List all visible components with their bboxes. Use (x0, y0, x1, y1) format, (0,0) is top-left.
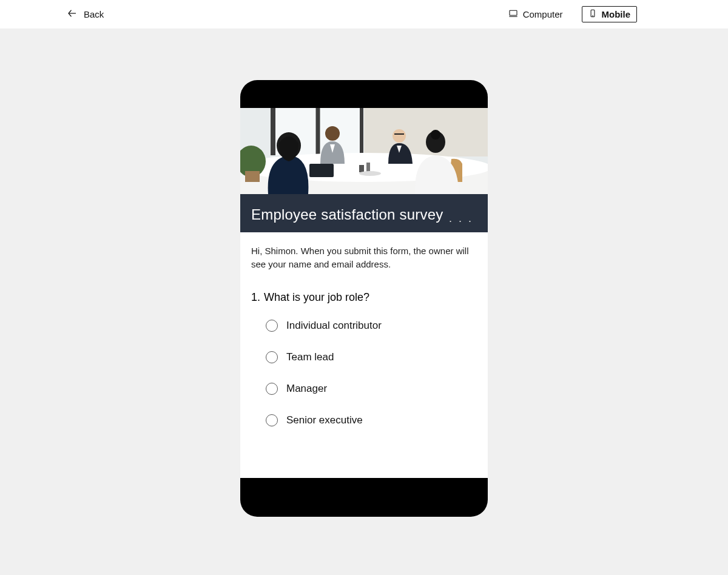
option-label: Team lead (286, 351, 334, 363)
svg-point-19 (393, 129, 406, 143)
option-team-lead[interactable]: Team lead (266, 351, 477, 363)
svg-rect-13 (245, 171, 260, 182)
svg-rect-16 (366, 163, 370, 172)
device-computer-button[interactable]: Computer (502, 6, 570, 22)
device-mobile-button[interactable]: Mobile (582, 6, 638, 22)
svg-rect-10 (364, 108, 488, 156)
device-computer-label: Computer (523, 9, 563, 19)
mobile-icon (588, 8, 597, 20)
radio-icon (266, 414, 278, 426)
svg-rect-15 (359, 165, 364, 172)
preview-stage: Employee satisfaction survey · · · Hi, S… (0, 29, 728, 575)
more-horizontal-icon: · · · (449, 215, 473, 227)
phone-bezel-bottom (240, 478, 488, 517)
device-toggle: Computer Mobile (502, 6, 716, 22)
svg-rect-1 (510, 10, 517, 15)
svg-point-18 (325, 126, 340, 141)
back-label: Back (84, 9, 104, 19)
option-manager[interactable]: Manager (266, 383, 477, 395)
survey-header: Employee satisfaction survey · · · (240, 194, 488, 232)
more-options-button[interactable]: · · · (449, 215, 473, 227)
question-text: What is your job role? (264, 291, 369, 304)
back-button[interactable]: Back (12, 8, 104, 21)
question-number: 1. (251, 291, 260, 304)
question-1: 1. What is your job role? (251, 291, 477, 304)
svg-point-17 (359, 171, 381, 176)
survey-hero-image (240, 108, 488, 194)
question-1-options: Individual contributor Team lead Manager… (251, 320, 477, 426)
svg-rect-20 (394, 133, 404, 135)
survey-body: Hi, Shimon. When you submit this form, t… (240, 232, 488, 446)
svg-point-23 (431, 130, 440, 140)
option-individual-contributor[interactable]: Individual contributor (266, 320, 477, 332)
option-senior-executive[interactable]: Senior executive (266, 414, 477, 426)
back-arrow-icon (67, 8, 78, 21)
survey-title: Employee satisfaction survey (251, 206, 477, 224)
radio-icon (266, 351, 278, 363)
option-label: Manager (286, 383, 327, 395)
computer-icon (508, 8, 518, 20)
option-label: Senior executive (286, 414, 363, 426)
radio-icon (266, 383, 278, 395)
privacy-notice: Hi, Shimon. When you submit this form, t… (251, 244, 477, 271)
device-mobile-label: Mobile (602, 9, 631, 19)
phone-bezel-top (240, 80, 488, 108)
phone-screen: Employee satisfaction survey · · · Hi, S… (240, 108, 488, 478)
phone-frame: Employee satisfaction survey · · · Hi, S… (240, 80, 488, 517)
radio-icon (266, 320, 278, 332)
svg-rect-14 (309, 164, 334, 177)
option-label: Individual contributor (286, 320, 382, 332)
topbar: Back Computer Mobile (0, 0, 728, 29)
